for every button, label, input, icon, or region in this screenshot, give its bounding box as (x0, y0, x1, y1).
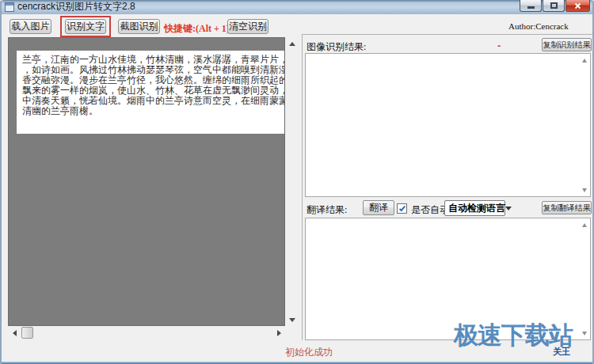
screenshot-recognize-button[interactable]: 截图识别 (118, 19, 160, 34)
close-button[interactable] (565, 0, 590, 12)
hotkey-hint: 快捷键:(Alt + 1) (164, 22, 230, 36)
translation-result-label: 翻译结果: (307, 203, 347, 217)
scroll-right-icon (277, 330, 281, 336)
scroll-down-button[interactable] (285, 313, 299, 326)
textarea-scroll-down-button[interactable] (579, 185, 589, 195)
minimize-icon (527, 6, 535, 9)
image-text-line: 清幽的兰亭雨榭。 (22, 106, 285, 116)
close-icon (574, 2, 581, 9)
language-dropdown[interactable]: 自动检测语言 (444, 200, 505, 216)
scroll-down-icon (582, 188, 587, 192)
scroll-right-button[interactable] (272, 326, 285, 339)
author-label: Author:Cencrack (508, 21, 569, 31)
clear-recognition-button[interactable]: 清空识别 (227, 19, 268, 34)
titlebar: cencrack识别图片转文字2.8 (2, 0, 592, 14)
scroll-left-icon (13, 330, 17, 336)
textarea-scroll-up-button[interactable] (579, 220, 589, 229)
translate-button[interactable]: 翻译 (363, 200, 394, 215)
result-dash: - (497, 40, 501, 51)
scroll-up-icon (582, 59, 587, 63)
auto-translate-checkbox[interactable] (397, 203, 407, 214)
textarea-scroll-down-button[interactable] (579, 328, 589, 338)
recognition-result-textarea[interactable] (305, 53, 591, 197)
minimize-button[interactable] (520, 0, 542, 12)
scroll-down-icon (289, 318, 295, 322)
language-dropdown-value: 自动检测语言 (445, 202, 505, 215)
watermark-sub-text: 关王 (553, 346, 570, 358)
scrollbar-corner (285, 326, 299, 339)
horizontal-scroll-thumb[interactable] (21, 327, 33, 339)
window-title: cencrack识别图片转文字2.8 (17, 0, 520, 14)
maximize-button[interactable] (543, 0, 565, 12)
window-controls (520, 0, 590, 12)
app-icon (5, 2, 14, 12)
copy-recognition-result-button[interactable]: 复制识别结果 (542, 38, 592, 51)
results-panel: 图像识别结果: - 复制识别结果 翻译结果: 翻译 是否自动翻译 自动检测语言 … (302, 34, 594, 340)
scroll-up-button[interactable] (285, 37, 299, 50)
recognition-result-label: 图像识别结果: (307, 40, 366, 54)
scroll-down-icon (582, 332, 587, 336)
checkmark-icon (398, 204, 405, 211)
image-viewer: 兰亭，江南的一方山水佳境，竹林清幽，溪水潺潺，青翠片片，落 ，如诗如画。风拂过竹… (8, 37, 299, 339)
horizontal-scrollbar[interactable] (8, 326, 285, 339)
textarea-scroll-up-button[interactable] (579, 55, 589, 65)
dropdown-arrow-icon (505, 207, 512, 210)
scroll-up-icon (289, 42, 295, 46)
scroll-up-icon (582, 223, 587, 227)
load-image-button[interactable]: 载入图片 (10, 19, 51, 34)
red-highlight-annotation (60, 16, 111, 37)
app-window: cencrack识别图片转文字2.8 载入图片 识别文字 截图识别 快捷键:(A… (0, 0, 594, 364)
vertical-scrollbar[interactable] (285, 37, 299, 326)
scroll-left-button[interactable] (8, 326, 21, 339)
loaded-image-document: 兰亭，江南的一方山水佳境，竹林清幽，溪水潺潺，青翠片片，落 ，如诗如画。风拂过竹… (17, 51, 285, 134)
maximize-icon (550, 2, 558, 9)
copy-translation-result-button[interactable]: 复制翻译结果 (542, 201, 592, 214)
status-message: 初始化成功 (285, 346, 333, 359)
picture-area[interactable]: 兰亭，江南的一方山水佳境，竹林清幽，溪水潺潺，青翠片片，落 ，如诗如画。风拂过竹… (8, 37, 285, 326)
